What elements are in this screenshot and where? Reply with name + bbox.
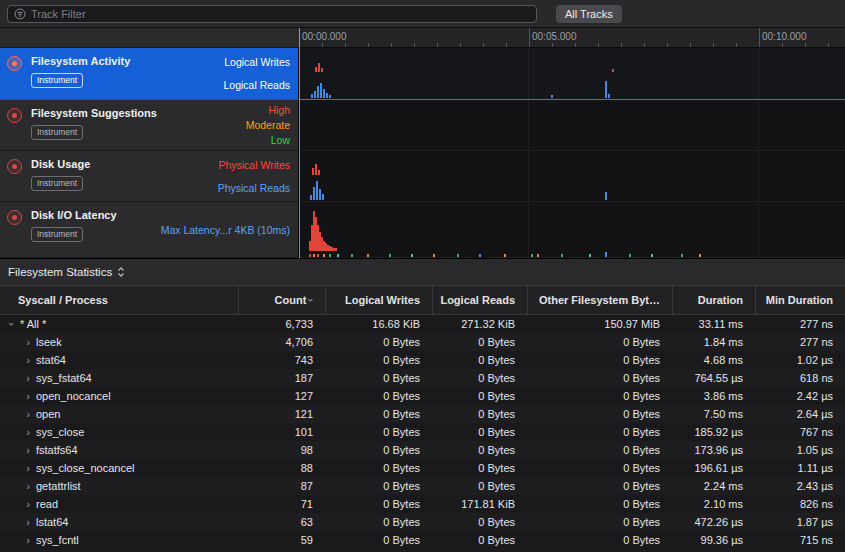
- chart-bar: [612, 69, 614, 72]
- lane-labels: HighModerateLow: [246, 102, 290, 148]
- stats-row-open[interactable]: ›open1210 Bytes0 Bytes0 Bytes7.50 ms2.64…: [0, 405, 845, 423]
- cell-other-filesystem-bytes: 150.97 MiB: [527, 318, 672, 330]
- disclosure-closed-icon[interactable]: ›: [22, 444, 34, 456]
- disclosure-closed-icon[interactable]: ›: [22, 462, 34, 474]
- cell-syscall-process: ›getattrlist: [0, 480, 238, 492]
- lane-labels: Max Latency...r 4KB (10ms): [161, 204, 290, 255]
- track-chart-disk-io-latency[interactable]: [299, 202, 845, 258]
- chart-bar: [531, 254, 533, 257]
- chart-bar: [651, 254, 653, 257]
- cell-min-duration: 277 ns: [755, 336, 845, 348]
- stats-row-stat64[interactable]: ›stat647430 Bytes0 Bytes0 Bytes4.68 ms1.…: [0, 351, 845, 369]
- cell-logical-writes: 16.68 KiB: [325, 318, 432, 330]
- time-ruler[interactable]: 00:00.00000:05.00000:10.000: [299, 28, 845, 48]
- track-header-disk-usage[interactable]: Disk UsageInstrumentPhysical WritesPhysi…: [0, 151, 299, 202]
- disclosure-closed-icon[interactable]: ›: [22, 354, 34, 366]
- chart-bar: [311, 94, 313, 98]
- stats-row-read[interactable]: ›read710 Bytes171.81 KiB0 Bytes2.10 ms82…: [0, 495, 845, 513]
- disclosure-closed-icon[interactable]: ›: [22, 516, 34, 528]
- track-row-disk-usage[interactable]: Disk UsageInstrumentPhysical WritesPhysi…: [0, 151, 845, 202]
- cell-count: 187: [238, 372, 325, 384]
- track-header-disk-io-latency[interactable]: Disk I/O LatencyInstrumentMax Latency...…: [0, 202, 299, 258]
- track-filter-input[interactable]: [31, 8, 530, 20]
- lane-labels: Logical WritesLogical Reads: [223, 50, 290, 97]
- cell-other-filesystem-bytes: 0 Bytes: [527, 516, 672, 528]
- chart-bar: [367, 254, 369, 257]
- column-header-other-filesystem-bytes[interactable]: Other Filesystem Byt…: [527, 286, 672, 314]
- column-header-count[interactable]: Count›: [238, 286, 325, 314]
- chart-bar: [433, 254, 435, 257]
- stats-row-fstatfs64[interactable]: ›fstatfs64980 Bytes0 Bytes0 Bytes173.96 …: [0, 441, 845, 459]
- track-row-filesystem-suggestions[interactable]: Filesystem SuggestionsInstrumentHighMode…: [0, 100, 845, 151]
- column-header-syscall-process[interactable]: Syscall / Process: [0, 286, 238, 314]
- stats-row-lstat64[interactable]: ›lstat64630 Bytes0 Bytes0 Bytes472.26 µs…: [0, 513, 845, 531]
- stats-row-open-nocancel[interactable]: ›open_nocancel1270 Bytes0 Bytes0 Bytes3.…: [0, 387, 845, 405]
- cell-duration: 196.61 µs: [672, 462, 755, 474]
- column-header-logical-reads[interactable]: Logical Reads: [432, 286, 527, 314]
- cell-count: 121: [238, 408, 325, 420]
- ruler-corner: [0, 28, 299, 48]
- column-header-logical-writes[interactable]: Logical Writes: [325, 286, 432, 314]
- track-header-filesystem-suggestions[interactable]: Filesystem SuggestionsInstrumentHighMode…: [0, 100, 299, 151]
- disclosure-closed-icon[interactable]: ›: [22, 426, 34, 438]
- cell-logical-reads: 0 Bytes: [432, 426, 527, 438]
- instrument-badge: Instrument: [31, 73, 83, 88]
- stats-row-sys-fcntl[interactable]: ›sys_fcntl590 Bytes0 Bytes0 Bytes99.36 µ…: [0, 531, 845, 549]
- stats-row-All[interactable]: ›* All *6,73316.68 KiB271.32 KiB150.97 M…: [0, 315, 845, 333]
- disclosure-closed-icon[interactable]: ›: [22, 336, 34, 348]
- chart-bar: [605, 192, 607, 200]
- cell-logical-writes: 0 Bytes: [325, 444, 432, 456]
- chart-bar: [316, 181, 318, 200]
- disclosure-closed-icon[interactable]: ›: [22, 390, 34, 402]
- stats-row-sys-close[interactable]: ›sys_close1010 Bytes0 Bytes0 Bytes185.92…: [0, 423, 845, 441]
- row-name: lseek: [36, 336, 62, 348]
- cell-other-filesystem-bytes: 0 Bytes: [527, 498, 672, 510]
- disclosure-closed-icon[interactable]: ›: [22, 498, 34, 510]
- chart-bar: [315, 67, 317, 72]
- disclosure-closed-icon[interactable]: ›: [22, 408, 34, 420]
- stats-row-sys-fstat64[interactable]: ›sys_fstat641870 Bytes0 Bytes0 Bytes764.…: [0, 369, 845, 387]
- cell-count: 98: [238, 444, 325, 456]
- stats-row-lseek[interactable]: ›lseek4,7060 Bytes0 Bytes0 Bytes1.84 ms2…: [0, 333, 845, 351]
- stats-view-selector[interactable]: Filesystem Statistics: [8, 266, 125, 278]
- all-tracks-button[interactable]: All Tracks: [556, 5, 622, 23]
- track-chart-filesystem-suggestions[interactable]: [299, 100, 845, 151]
- row-name: open_nocancel: [36, 390, 111, 402]
- track-chart-filesystem-activity[interactable]: [299, 48, 845, 100]
- chart-bar: [411, 254, 413, 257]
- track-header-filesystem-activity[interactable]: Filesystem ActivityInstrumentLogical Wri…: [0, 48, 299, 100]
- cell-syscall-process: ›open: [0, 408, 238, 420]
- cell-duration: 99.36 µs: [672, 534, 755, 546]
- track-chart-disk-usage[interactable]: [299, 151, 845, 202]
- cell-syscall-process: ›* All *: [0, 318, 238, 330]
- stats-row-sys-close-nocancel[interactable]: ›sys_close_nocancel880 Bytes0 Bytes0 Byt…: [0, 459, 845, 477]
- disclosure-closed-icon[interactable]: ›: [22, 534, 34, 546]
- cell-logical-reads: 0 Bytes: [432, 372, 527, 384]
- column-label: Other Filesystem Byt…: [539, 294, 660, 306]
- chart-bar: [326, 93, 328, 98]
- chart-bar: [313, 187, 315, 200]
- disclosure-closed-icon[interactable]: ›: [22, 372, 34, 384]
- stats-row-getattrlist[interactable]: ›getattrlist870 Bytes0 Bytes0 Bytes2.24 …: [0, 477, 845, 495]
- cell-syscall-process: ›sys_fstat64: [0, 372, 238, 384]
- ruler-major-tick: [529, 28, 530, 47]
- cell-count: 87: [238, 480, 325, 492]
- cell-min-duration: 1.11 µs: [755, 462, 845, 474]
- playhead-line: [299, 28, 300, 258]
- cell-min-duration: 715 ns: [755, 534, 845, 546]
- ruler-label: 00:00.000: [302, 31, 347, 42]
- cell-syscall-process: ›sys_close_nocancel: [0, 462, 238, 474]
- cell-duration: 764.55 µs: [672, 372, 755, 384]
- chart-bar: [699, 254, 701, 257]
- track-filter-field[interactable]: [7, 5, 537, 23]
- column-header-duration[interactable]: Duration: [672, 286, 755, 314]
- column-header-min-duration[interactable]: Min Duration: [755, 286, 845, 314]
- disclosure-open-icon[interactable]: ›: [6, 318, 18, 330]
- cell-min-duration: 1.87 µs: [755, 516, 845, 528]
- chart-bar: [504, 254, 506, 257]
- track-row-disk-io-latency[interactable]: Disk I/O LatencyInstrumentMax Latency...…: [0, 202, 845, 258]
- cell-other-filesystem-bytes: 0 Bytes: [527, 408, 672, 420]
- disclosure-closed-icon[interactable]: ›: [22, 480, 34, 492]
- track-row-filesystem-activity[interactable]: Filesystem ActivityInstrumentLogical Wri…: [0, 48, 845, 100]
- table-body: ›* All *6,73316.68 KiB271.32 KiB150.97 M…: [0, 315, 845, 552]
